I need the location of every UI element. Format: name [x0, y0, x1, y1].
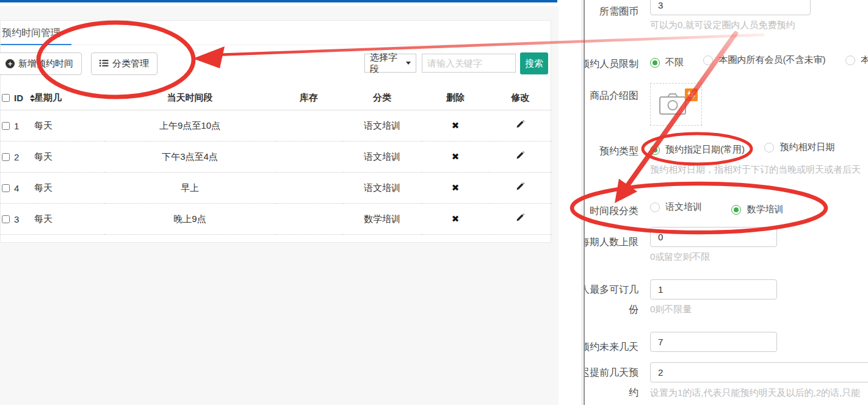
people-limit-row: 预约人员限制 不限 本圈内所有会员(不含未审) 本圈内	[585, 52, 868, 74]
row-checkbox[interactable]	[2, 215, 10, 223]
period-cap-row: 每期人数上限 0或留空则不限	[585, 227, 777, 263]
time-category-label: 时间段分类	[585, 199, 638, 221]
table-header-row: ID 星期几 当天时间段 库存 分类 删除 修改	[1, 86, 552, 110]
max-per-person-hint: 0则不限量	[650, 304, 777, 315]
add-booking-time-button[interactable]: 新增预约时间	[0, 52, 82, 75]
cell-time-range: 早上	[104, 173, 275, 204]
future-days-label: 预约未来几天	[585, 332, 638, 357]
field-select[interactable]: 选择字段	[364, 54, 416, 73]
radio-all-members[interactable]: 本圈内所有会员(不含未审)	[703, 54, 825, 66]
advance-days-row: 最迟提前几天预约 设置为1的话,代表只能预约明天及以后的,2的话,只能	[585, 362, 868, 403]
cell-weekday: 每天	[34, 173, 104, 204]
camera-icon	[659, 92, 687, 118]
coin-label: 所需圈币	[585, 0, 638, 21]
add-button-label: 新增预约时间	[18, 58, 73, 70]
radio-circle-icon	[764, 143, 774, 152]
header-delete: 删除	[422, 86, 489, 110]
radio-circle-icon	[731, 205, 741, 215]
booking-type-label: 预约类型	[585, 140, 638, 161]
booking-time-table: ID 星期几 当天时间段 库存 分类 删除 修改 1 每天 上午9点至10点	[1, 86, 552, 235]
time-category-row: 时间段分类 语文培训 数学培训	[585, 199, 800, 221]
cell-category: 语文培训	[342, 173, 422, 204]
row-checkbox[interactable]	[2, 153, 10, 161]
table-row: 1 每天 上午9点至10点 语文培训 ✖	[1, 110, 552, 142]
header-category: 分类	[342, 86, 422, 110]
intro-image-label: 商品介绍图	[585, 83, 638, 106]
radio-circle-members[interactable]: 本圈内	[845, 54, 868, 66]
radio-relative-date[interactable]: 预约相对日期	[764, 142, 834, 153]
top-accent-bar	[0, 0, 557, 2]
period-cap-input[interactable]	[650, 227, 777, 247]
cell-id: 1	[14, 121, 19, 131]
radio-label: 预约相对日期	[779, 142, 834, 153]
radio-chinese-training[interactable]: 语文培训	[650, 201, 702, 213]
crop-badge-icon[interactable]	[685, 88, 698, 101]
coin-hint: 可以为0,就可设定圈内人员免费预约	[650, 20, 811, 31]
cell-stock	[275, 110, 342, 142]
table-row: 2 每天 下午3点至4点 语文培训 ✖	[1, 142, 552, 173]
edit-pencil-icon[interactable]	[516, 151, 525, 162]
max-per-person-row: 一人最多可订几份 0则不限量	[585, 279, 777, 320]
edit-pencil-icon[interactable]	[516, 182, 525, 193]
row-checkbox[interactable]	[2, 122, 10, 130]
radio-circle-icon	[650, 58, 660, 68]
cell-weekday: 每天	[34, 110, 104, 142]
cell-id: 2	[14, 152, 19, 162]
category-manage-button[interactable]: 分类管理	[91, 52, 157, 75]
header-stock: 库存	[275, 86, 342, 110]
radio-label: 数学培训	[747, 204, 783, 215]
advance-days-input[interactable]	[650, 362, 868, 382]
header-weekday: 星期几	[34, 86, 104, 110]
delete-icon[interactable]: ✖	[452, 151, 460, 162]
cell-time-range: 晚上9点	[104, 204, 275, 235]
delete-icon[interactable]: ✖	[452, 213, 460, 224]
max-per-person-input[interactable]	[650, 279, 777, 299]
period-cap-label: 每期人数上限	[585, 227, 638, 252]
table-row: 3 每天 晚上9点 数学培训 ✖	[1, 204, 552, 235]
field-select-value: 选择字段	[370, 52, 406, 75]
future-days-row: 预约未来几天	[585, 332, 777, 357]
edit-pencil-icon[interactable]	[516, 213, 525, 224]
header-edit: 修改	[489, 86, 552, 110]
advance-days-label: 最迟提前几天预约	[585, 362, 638, 403]
cell-time-range: 下午3点至4点	[104, 142, 275, 173]
search-button[interactable]: 搜索	[520, 52, 548, 74]
cell-stock	[275, 204, 342, 235]
cell-category: 语文培训	[342, 110, 422, 142]
caret-down-icon	[406, 62, 411, 65]
cell-stock	[275, 142, 342, 173]
cell-id: 4	[14, 183, 19, 193]
future-days-input[interactable]	[650, 332, 777, 352]
plus-circle-icon	[5, 59, 15, 68]
cell-stock	[275, 173, 342, 204]
radio-label: 不限	[665, 57, 684, 68]
radio-math-training[interactable]: 数学培训	[731, 204, 783, 215]
search-input[interactable]	[422, 54, 516, 73]
coin-input[interactable]	[650, 0, 811, 15]
booking-time-card: 预约时间管理 新增预约时间 分类管理 选择字段 搜	[0, 20, 551, 243]
delete-icon[interactable]: ✖	[452, 182, 460, 193]
toolbar: 新增预约时间 分类管理 选择字段 搜索	[1, 52, 551, 76]
panel-divider	[582, 0, 582, 405]
booking-type-row: 预约类型 预约指定日期(常用) 预约相对日期 预约相对日期，指相对于下订的当晚或…	[585, 140, 861, 176]
radio-label: 本圈内所有会员(不含未审)	[718, 54, 825, 66]
delete-icon[interactable]: ✖	[452, 120, 460, 131]
cell-weekday: 每天	[34, 204, 104, 235]
image-upload-box[interactable]	[650, 83, 702, 126]
list-icon	[99, 59, 109, 69]
radio-label: 语文培训	[665, 201, 702, 213]
radio-circle-icon	[703, 56, 713, 65]
category-button-label: 分类管理	[112, 58, 149, 70]
advance-days-hint: 设置为1的话,代表只能预约明天及以后的,2的话,只能	[650, 387, 868, 399]
coin-row: 所需圈币 可以为0,就可设定圈内人员免费预约	[585, 0, 811, 31]
row-checkbox[interactable]	[2, 184, 10, 192]
cell-category: 语文培训	[342, 142, 422, 173]
radio-circle-icon	[650, 202, 660, 212]
radio-fixed-date[interactable]: 预约指定日期(常用)	[650, 144, 745, 156]
select-all-checkbox[interactable]	[2, 94, 10, 102]
cell-id: 3	[14, 214, 19, 224]
edit-pencil-icon[interactable]	[516, 120, 525, 131]
cell-time-range: 上午9点至10点	[104, 110, 275, 142]
radio-no-limit[interactable]: 不限	[650, 57, 684, 68]
tab-booking-time-management[interactable]: 预约时间管理	[1, 21, 71, 45]
